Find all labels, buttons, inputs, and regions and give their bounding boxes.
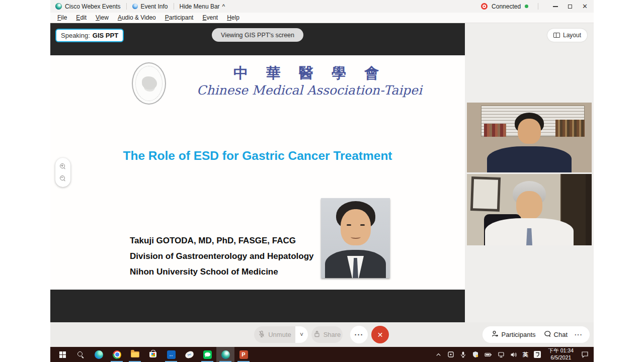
chevron-up-icon: ^ <box>222 3 225 10</box>
panel-toggle-group: Participants Chat ··· <box>482 326 590 343</box>
network-tray-icon[interactable] <box>498 351 505 358</box>
window-title: Cisco Webex Events <box>65 3 121 10</box>
file-explorer-icon <box>131 351 139 357</box>
org-name-chinese: 中 華 醫 學 會 <box>191 63 428 83</box>
start-button[interactable] <box>53 347 71 362</box>
org-name-english: Chinese Medical Association-Taipei <box>191 83 428 98</box>
restore-button[interactable] <box>568 5 572 9</box>
windows-logo-icon <box>59 351 66 358</box>
share-button[interactable]: Share <box>311 326 343 343</box>
taskbar-powerpoint[interactable]: P <box>234 347 253 362</box>
tray-show-hidden-icons[interactable] <box>435 351 442 358</box>
snipping-tool-icon: ✂ <box>184 350 194 359</box>
edge-icon <box>95 350 103 359</box>
speaker-tray-icon[interactable] <box>510 351 517 358</box>
powerpoint-icon: P <box>239 350 248 359</box>
speaker-school-line: Nihon University School of Medicine <box>130 267 278 277</box>
more-options-button[interactable]: ··· <box>350 326 368 343</box>
clock-time: 下午 01:34 <box>548 347 574 353</box>
teamviewer-tray-icon[interactable] <box>447 351 454 358</box>
event-info-icon <box>132 4 138 9</box>
ime-mode-icon[interactable] <box>534 351 541 358</box>
taskbar-clock[interactable]: 下午 01:34 6/5/2021 <box>546 347 576 361</box>
unmute-options-button[interactable]: ˅ <box>295 326 308 343</box>
layout-grid-icon <box>553 33 560 38</box>
speaker-dept-line: Division of Gastroenterology and Hepatol… <box>130 251 314 261</box>
speaker-photo <box>321 198 390 278</box>
chevron-down-icon: ˅ <box>300 331 303 338</box>
menu-edit[interactable]: Edit <box>71 13 91 22</box>
meeting-control-bar: Unmute ˅ Share ··· ✕ <box>50 322 594 347</box>
speaking-indicator-badge: Speaking: GIS PPT <box>55 29 124 42</box>
participant-video-2[interactable] <box>467 174 592 245</box>
picture-frame-decor <box>470 176 501 212</box>
titlebar-divider <box>538 3 538 10</box>
participants-icon <box>492 330 499 339</box>
zoom-out-button[interactable] <box>60 175 66 182</box>
menu-view[interactable]: View <box>91 13 113 22</box>
screenshot-canvas: Cisco Webex Events Event Info Hide Menu … <box>0 0 644 362</box>
slide-title: The Role of ESD for Gastric Cancer Treat… <box>50 149 465 163</box>
zoom-control-panel <box>55 158 70 187</box>
close-x-icon: ✕ <box>377 331 383 339</box>
presentation-slide: 中 華 醫 學 會 Chinese Medical Association-Ta… <box>50 55 465 290</box>
taskbar-webex-active[interactable] <box>216 347 234 362</box>
menu-audio-video[interactable]: Audio & Video <box>113 13 160 22</box>
layout-button[interactable]: Layout <box>547 29 587 42</box>
titlebar-divider <box>126 3 127 10</box>
window-titlebar: Cisco Webex Events Event Info Hide Menu … <box>50 0 594 13</box>
video-panel: Layout <box>465 23 594 322</box>
microphone-tray-icon[interactable] <box>460 351 466 358</box>
unmute-button[interactable]: Unmute <box>254 326 295 343</box>
taskbar-file-explorer[interactable] <box>126 347 144 362</box>
share-icon <box>313 330 320 339</box>
taskbar-line[interactable] <box>198 347 216 362</box>
webex-icon <box>221 350 230 359</box>
hide-menu-bar-button[interactable]: Hide Menu Bar ^ <box>180 3 225 10</box>
zoom-in-button[interactable] <box>60 163 66 169</box>
system-tray: 英 下午 01:34 6/5/2021 <box>435 347 594 361</box>
taskbar-search-button[interactable] <box>71 347 90 362</box>
menu-participant[interactable]: Participant <box>160 13 198 22</box>
taskbar-teamviewer[interactable]: ↔ <box>162 347 180 362</box>
speaker-name-line: Takuji GOTODA, MD, PhD, FASGE, FACG <box>130 236 296 246</box>
taskbar-snipping-tool[interactable]: ✂ <box>180 347 198 362</box>
security-shield-tray-icon[interactable] <box>472 351 479 358</box>
microsoft-store-icon <box>149 352 156 357</box>
menu-bar: File Edit View Audio & Video Participant… <box>50 13 594 23</box>
mic-muted-icon <box>258 330 265 339</box>
chrome-icon <box>112 349 122 360</box>
more-panels-button[interactable]: ··· <box>574 331 583 338</box>
line-app-icon <box>203 350 212 359</box>
connected-green-dot-icon <box>525 5 528 8</box>
recording-indicator-icon <box>481 3 488 10</box>
search-icon <box>77 351 84 358</box>
chat-button[interactable]: Chat <box>542 330 570 339</box>
clock-date: 6/5/2021 <box>550 354 571 360</box>
unmute-split-button: Unmute ˅ <box>254 326 308 343</box>
titlebar-divider <box>174 3 174 10</box>
chat-bubble-icon <box>544 330 551 339</box>
teamviewer-icon: ↔ <box>167 350 176 359</box>
menu-file[interactable]: File <box>53 13 71 22</box>
viewing-screen-banner: Viewing GIS PPT's screen <box>212 28 303 42</box>
event-info-button[interactable]: Event Info <box>141 3 168 10</box>
participant-video-1[interactable] <box>467 103 592 172</box>
close-button[interactable]: ✕ <box>582 3 588 10</box>
shared-screen-stage: Speaking: GIS PPT Viewing GIS PPT's scre… <box>50 23 465 322</box>
action-center-icon[interactable] <box>581 351 589 358</box>
leave-event-button[interactable]: ✕ <box>371 326 389 343</box>
cma-emblem-logo <box>132 62 166 105</box>
participants-button[interactable]: Participants <box>490 330 538 339</box>
windows-taskbar: ↔ ✂ P 英 <box>50 347 594 362</box>
taskbar-store[interactable] <box>144 347 162 362</box>
minimize-button[interactable] <box>553 6 558 7</box>
taskbar-edge[interactable] <box>90 347 108 362</box>
language-indicator[interactable]: 英 <box>523 351 528 358</box>
webex-logo-icon <box>55 3 62 10</box>
taskbar-chrome[interactable] <box>108 347 126 362</box>
battery-tray-icon[interactable] <box>485 351 492 358</box>
menu-event[interactable]: Event <box>198 13 222 22</box>
speaking-name: GIS PPT <box>93 32 118 39</box>
menu-help[interactable]: Help <box>222 13 244 22</box>
